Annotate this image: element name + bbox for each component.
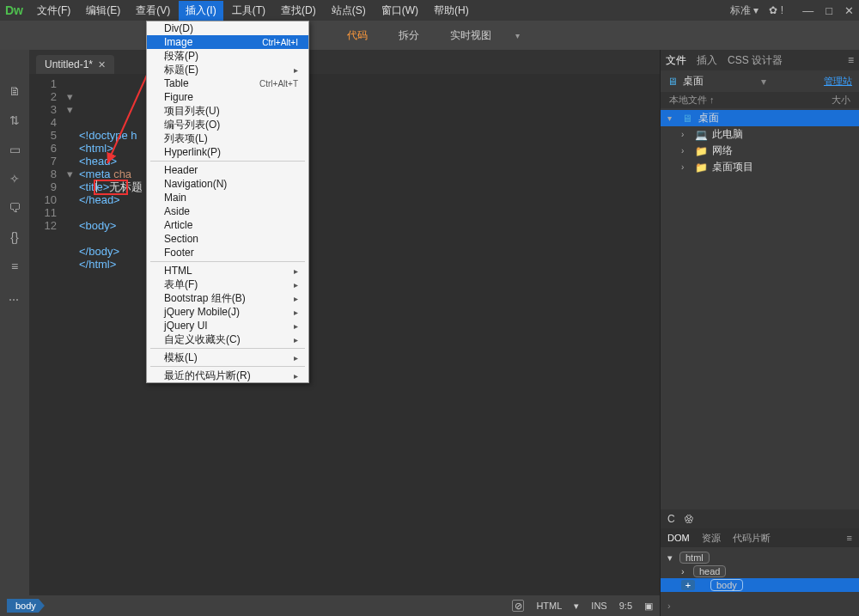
cursor-position: 9:5 <box>619 601 632 611</box>
status-right: ⊘ HTML ▾ INS 9:5 ▣ <box>512 600 653 612</box>
menu-查看v[interactable]: 查看(V) <box>129 1 177 21</box>
dom-tab-1[interactable]: 资源 <box>702 532 721 545</box>
menu-文件f[interactable]: 文件(F) <box>30 1 77 21</box>
panel-tab-0[interactable]: 文件 <box>666 53 686 68</box>
file-mgmt-icon[interactable]: 🗎 <box>9 84 21 98</box>
language-label[interactable]: HTML <box>536 601 562 611</box>
menu-编辑e[interactable]: 编辑(E) <box>79 1 127 21</box>
menu-item-表单f[interactable]: 表单(F)▸ <box>147 278 308 291</box>
tree-item-此电脑[interactable]: ›💻此电脑 <box>661 126 859 143</box>
menu-item-项目列表u[interactable]: 项目列表(U) <box>147 104 308 118</box>
menu-separator <box>150 161 305 162</box>
file-tree[interactable]: ▾🖥桌面›💻此电脑›📁网络›📁桌面项目 <box>661 108 859 509</box>
menu-item-模板l[interactable]: 模板(L)▸ <box>147 351 308 364</box>
overlay-icon[interactable]: ▣ <box>644 601 653 612</box>
menu-item-hyperlinkp[interactable]: Hyperlink(P) <box>147 145 308 159</box>
tree-item-桌面项目[interactable]: ›📁桌面项目 <box>661 159 859 175</box>
maximize-button[interactable]: □ <box>825 4 832 17</box>
dom-menu-icon[interactable]: ≡ <box>847 533 852 543</box>
tag-crumb[interactable]: body <box>7 599 45 613</box>
refresh-icon[interactable]: C <box>667 513 675 525</box>
selector-icon[interactable]: ▭ <box>9 143 21 156</box>
menu-item-header[interactable]: Header <box>147 163 308 177</box>
wand-icon[interactable]: ✧ <box>9 172 20 186</box>
document-tab[interactable]: Untitled-1* ✕ <box>36 55 114 74</box>
minimize-button[interactable]: — <box>802 4 813 17</box>
view-tabs: 代码拆分实时视图 <box>340 25 498 46</box>
site-selector-row[interactable]: 🖥 桌面 ▾ 管理站 <box>661 70 859 92</box>
menu-item-divd[interactable]: Div(D) <box>147 21 308 35</box>
menu-item-bootstrap 组件b[interactable]: Bootstrap 组件(B)▸ <box>147 291 308 305</box>
menu-站点s[interactable]: 站点(S) <box>325 1 373 21</box>
app-logo: Dw <box>5 3 23 17</box>
menu-item-段落p[interactable]: 段落(P) <box>147 49 308 63</box>
files-footer-icons: C 🏵 <box>661 509 859 528</box>
dom-node-body[interactable]: +body <box>661 578 859 592</box>
dom-tab-2[interactable]: 代码片断 <box>733 532 771 545</box>
dom-tab-0[interactable]: DOM <box>667 533 690 543</box>
dom-tree[interactable]: ▾html›head+body <box>661 547 859 595</box>
close-icon[interactable]: ✕ <box>98 59 106 70</box>
menu-separator <box>150 261 305 262</box>
menu-帮助h[interactable]: 帮助(H) <box>427 1 476 21</box>
sync-settings-icon[interactable]: ✿ ! <box>769 4 783 16</box>
menu-插入i[interactable]: 插入(I) <box>179 1 222 21</box>
menu-item-image[interactable]: ImageCtrl+Alt+I <box>147 35 308 49</box>
menu-item-最近的代码片断r[interactable]: 最近的代码片断(R)▸ <box>147 369 308 382</box>
manage-sites-link[interactable]: 管理站 <box>824 75 852 88</box>
menu-item-main[interactable]: Main <box>147 191 308 204</box>
menu-item-aside[interactable]: Aside <box>147 204 308 218</box>
tree-item-桌面[interactable]: ▾🖥桌面 <box>661 110 859 126</box>
document-tabbar: Untitled-1* ✕ <box>29 50 660 74</box>
menu-item-jquery mobilej[interactable]: jQuery Mobile(J)▸ <box>147 305 308 319</box>
site-label: 桌面 <box>683 74 704 88</box>
workspace-mode[interactable]: 标准 ▾ <box>730 3 758 18</box>
panel-tab-2[interactable]: CSS 设计器 <box>728 53 783 68</box>
right-panel: 文件插入CSS 设计器≡ 🖥 桌面 ▾ 管理站 本地文件 ↑ 大小 ▾🖥桌面›💻… <box>660 50 859 595</box>
statusbar: body ⊘ HTML ▾ INS 9:5 ▣ <box>0 595 660 616</box>
chevron-down-icon[interactable]: ▾ <box>761 76 766 88</box>
tree-item-网络[interactable]: ›📁网络 <box>661 143 859 159</box>
toggle-icon[interactable]: ⇅ <box>9 113 20 127</box>
panel-tab-1[interactable]: 插入 <box>697 53 717 68</box>
view-caret-icon[interactable]: ▾ <box>515 31 520 40</box>
menu-查找d[interactable]: 查找(D) <box>274 1 323 21</box>
menu-item-navigationn[interactable]: Navigation(N) <box>147 177 308 191</box>
menu-item-table[interactable]: TableCtrl+Alt+T <box>147 76 308 90</box>
insert-mode[interactable]: INS <box>591 601 606 611</box>
sync-icon[interactable]: 🏵 <box>684 513 694 525</box>
menu-item-article[interactable]: Article <box>147 218 308 232</box>
dom-node-head[interactable]: ›head <box>661 564 859 578</box>
format-icon[interactable]: {} <box>10 230 18 244</box>
menu-item-列表项l[interactable]: 列表项(L) <box>147 131 308 145</box>
view-tab-0[interactable]: 代码 <box>340 25 375 46</box>
comment-icon[interactable]: 🗨 <box>9 201 21 215</box>
col-local-files[interactable]: 本地文件 ↑ <box>669 94 715 107</box>
close-button[interactable]: ✕ <box>844 4 854 17</box>
insert-menu-dropdown: Div(D)ImageCtrl+Alt+I段落(P)标题(E)▸TableCtr… <box>146 21 309 383</box>
menu-item-figure[interactable]: Figure <box>147 90 308 104</box>
view-tab-1[interactable]: 拆分 <box>392 25 426 46</box>
more-tools-icon[interactable]: ⋯ <box>9 294 21 306</box>
add-node-icon[interactable]: + <box>681 580 695 590</box>
menu-item-自定义收藏夹c[interactable]: 自定义收藏夹(C)▸ <box>147 332 308 346</box>
menu-item-jquery ui[interactable]: jQuery UI▸ <box>147 319 308 332</box>
main-area: 🗎 ⇅ ▭ ✧ 🗨 {} ≡ ⋯ Untitled-1* ✕ 123456789… <box>0 50 859 595</box>
code-body[interactable]: <!doctype h<html><head><meta cha<title>无… <box>76 74 143 595</box>
menu-item-html[interactable]: HTML▸ <box>147 264 308 278</box>
view-tab-2[interactable]: 实时视图 <box>443 25 498 46</box>
menu-窗口w[interactable]: 窗口(W) <box>375 1 425 21</box>
menu-item-footer[interactable]: Footer <box>147 246 308 259</box>
menu-item-section[interactable]: Section <box>147 232 308 246</box>
language-caret-icon[interactable]: ▾ <box>574 601 579 612</box>
list-icon[interactable]: ≡ <box>11 259 18 273</box>
error-status-icon[interactable]: ⊘ <box>512 600 524 612</box>
menu-工具t[interactable]: 工具(T) <box>225 1 272 21</box>
dom-node-html[interactable]: ▾html <box>661 551 859 564</box>
code-editor[interactable]: 123456789101112 ▾▾ ▾ <!doctype h<html><h… <box>29 74 660 595</box>
menu-item-编号列表o[interactable]: 编号列表(O) <box>147 118 308 131</box>
panel-menu-icon[interactable]: ≡ <box>848 54 854 66</box>
fold-gutter[interactable]: ▾▾ ▾ <box>64 74 76 595</box>
menu-item-标题e[interactable]: 标题(E)▸ <box>147 63 308 76</box>
col-size[interactable]: 大小 <box>832 94 850 107</box>
